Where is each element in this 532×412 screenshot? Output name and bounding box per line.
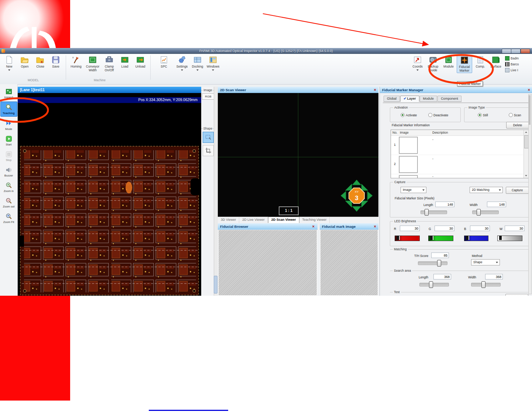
table-row[interactable]: - <box>391 174 523 178</box>
windows-button[interactable]: Windows <box>206 55 220 71</box>
clamp-button[interactable]: Clamp On/Off <box>102 55 117 72</box>
save-button[interactable]: Save <box>48 55 63 69</box>
sidebar-item-inspect[interactable]: Inspect <box>1 86 17 100</box>
sidebar-item-mode[interactable]: Mode <box>1 118 17 132</box>
scroll-down-icon[interactable] <box>525 175 527 176</box>
backup-guide-button[interactable]: Backup Guide <box>426 55 440 72</box>
led-r-slider[interactable] <box>395 236 420 241</box>
capture-source-dropdown[interactable]: Image <box>401 187 426 193</box>
tab-module[interactable]: Module <box>420 96 437 102</box>
led-w-slider[interactable] <box>497 236 522 241</box>
slider-thumb[interactable] <box>429 281 433 288</box>
link-underline[interactable] <box>149 410 228 411</box>
tab-3d-viewer[interactable]: 3D Viewer <box>218 217 239 223</box>
method-dropdown[interactable]: Shape <box>471 259 500 265</box>
radio-still[interactable]: Still <box>478 113 488 117</box>
slider-thumb[interactable] <box>397 236 400 240</box>
tab-layer[interactable]: ✔Layer <box>400 96 419 102</box>
close-model-button[interactable]: x Close <box>33 55 48 69</box>
radio-activate[interactable]: Activate <box>401 113 417 117</box>
table-scrollbar[interactable] <box>524 130 529 178</box>
marker-length-slider[interactable] <box>421 210 447 214</box>
spc-button[interactable]: SPC <box>157 55 171 69</box>
settings-button[interactable]: Settings <box>175 55 189 71</box>
viewer-titlebar[interactable]: [Lane 1]test11 <box>18 87 201 93</box>
sidebar-item-zoom-in[interactable]: Zoom in <box>1 180 17 194</box>
tab-component[interactable]: Component <box>437 96 461 102</box>
surface-button[interactable]: Surface <box>488 55 503 69</box>
led-b-input[interactable] <box>470 226 490 231</box>
led-w-input[interactable] <box>505 226 525 231</box>
tab-2d-live-viewer[interactable]: 2D Live Viewer <box>239 217 268 223</box>
table-row[interactable]: 1 - <box>391 135 523 155</box>
fiducial-marker-button[interactable]: Fiducial Marker <box>457 55 472 73</box>
tab-global[interactable]: Global <box>384 96 400 102</box>
sidebar-item-zoom-out[interactable]: Zoom out <box>1 195 17 210</box>
viewer-scrollbar[interactable] <box>214 87 218 296</box>
slider-thumb[interactable] <box>466 236 469 240</box>
docking-button[interactable]: Docking <box>190 55 205 71</box>
module-button[interactable]: Module <box>441 55 456 69</box>
table-row[interactable]: 2 - <box>391 155 523 174</box>
scan-canvas[interactable]: 1 : 1 XY 3 <box>218 93 378 217</box>
led-b-slider[interactable] <box>464 236 488 241</box>
capture-button[interactable]: Capture <box>506 187 529 194</box>
window-titlebar[interactable]: PARMI 3D Automated Optical Inspector v1.… <box>0 48 532 54</box>
led-r-input[interactable] <box>400 226 420 231</box>
sidebar-item-start[interactable]: Start <box>1 133 17 148</box>
sidebar-item-teaching[interactable]: Teaching <box>0 102 17 117</box>
rect-select-button[interactable] <box>203 132 214 143</box>
scan-viewer-header[interactable]: 2D Scan Viewer × <box>218 87 378 93</box>
slider-thumb[interactable] <box>437 260 441 267</box>
coords-button[interactable]: Coords <box>410 55 425 71</box>
led-g-input[interactable] <box>435 226 454 231</box>
rgb-mode-button[interactable]: RGB <box>202 93 214 100</box>
live-image-button[interactable]: Live I <box>505 67 526 73</box>
marker-width-input[interactable] <box>487 202 506 207</box>
close-button[interactable] <box>521 49 530 54</box>
tab-2d-scan-viewer[interactable]: 2D Scan Viewer <box>268 217 299 223</box>
matching-type-dropdown[interactable]: 2D Matching <box>470 187 503 193</box>
marker-length-input[interactable] <box>435 202 454 207</box>
close-panel-icon[interactable]: × <box>374 223 376 230</box>
sidebar-item-buzzer[interactable]: Buzzer <box>1 164 17 179</box>
fiducial-table[interactable]: No. Image Description 1 - 2 - - <box>391 130 529 178</box>
load-button[interactable]: Load <box>117 55 132 69</box>
homing-button[interactable]: x Homing <box>69 55 83 69</box>
search-width-slider[interactable] <box>471 283 501 286</box>
led-g-slider[interactable] <box>428 236 453 241</box>
minimize-button[interactable] <box>502 49 511 54</box>
slider-thumb[interactable] <box>499 236 502 240</box>
component-button[interactable]: Comp. <box>473 55 488 69</box>
close-panel-icon[interactable]: × <box>312 223 315 230</box>
unload-button[interactable]: Unload <box>133 55 148 69</box>
scrollbar-thumb[interactable] <box>214 276 217 293</box>
polygon-select-button[interactable] <box>203 145 214 156</box>
search-width-input[interactable] <box>485 274 503 279</box>
slider-thumb[interactable] <box>477 209 481 216</box>
badmark-button[interactable]: Badm <box>505 55 526 61</box>
fiducial-mark-image-header[interactable]: Fiducial mark image × <box>320 223 378 230</box>
slider-thumb[interactable] <box>430 236 433 240</box>
scroll-up-icon[interactable] <box>525 131 527 133</box>
slider-thumb[interactable] <box>425 209 429 216</box>
delete-button[interactable]: Delete <box>506 122 529 128</box>
fiducial-mark-image-content[interactable] <box>320 230 378 296</box>
tab-teaching-viewer[interactable]: Teaching Viewer <box>299 217 330 223</box>
test-button-partial[interactable] <box>505 294 528 296</box>
slider-thumb[interactable] <box>481 281 485 288</box>
scrollbar-thumb[interactable] <box>529 95 531 125</box>
marker-width-slider[interactable] <box>472 210 499 214</box>
search-length-slider[interactable] <box>419 283 449 286</box>
open-button[interactable]: Open <box>17 55 32 69</box>
barcode-button[interactable]: Barco <box>505 61 526 67</box>
fiducial-browser-content[interactable] <box>218 230 317 296</box>
fiducial-browser-header[interactable]: Fiducial Browser × <box>218 223 318 230</box>
pcb-board-image[interactable] <box>20 145 200 296</box>
conveyor-width-button[interactable]: Conveyor Width <box>84 55 101 72</box>
xy-jog-control[interactable]: XY 3 <box>340 179 374 213</box>
sidebar-item-zoom-fit[interactable]: Zoom Fit <box>1 211 17 225</box>
search-length-input[interactable] <box>433 274 451 279</box>
radio-deactivate[interactable]: Deactivate <box>428 113 448 117</box>
th-score-slider[interactable] <box>418 261 447 265</box>
